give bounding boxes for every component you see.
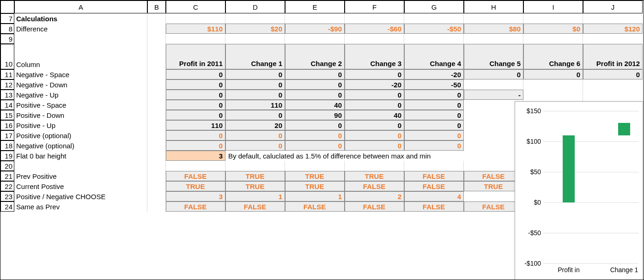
label-23[interactable]: Positive / Negative CHOOSE — [14, 191, 147, 201]
label-11[interactable]: Negative - Space — [14, 69, 147, 79]
column-label-0[interactable]: Profit in 2011 — [166, 44, 225, 69]
col-header-J[interactable]: J — [583, 0, 643, 13]
val-13-4[interactable]: 0 — [404, 90, 464, 100]
row-header-9[interactable]: 9 — [0, 34, 14, 44]
val-15-0[interactable]: 0 — [166, 110, 225, 120]
row-header-17[interactable]: 17 — [0, 130, 14, 140]
val-18-1[interactable]: 0 — [225, 140, 285, 151]
row-header-23[interactable]: 23 — [0, 191, 14, 201]
val-21-3[interactable]: TRUE — [345, 171, 404, 181]
label-difference[interactable]: Difference — [14, 24, 147, 34]
column-label-5[interactable]: Change 5 — [464, 44, 523, 69]
row-header-14[interactable]: 14 — [0, 100, 14, 110]
col-header-I[interactable]: I — [523, 0, 583, 13]
row-header-22[interactable]: 22 — [0, 181, 14, 191]
row-header-7[interactable]: 7 — [0, 13, 14, 24]
label-24[interactable]: Same as Prev — [14, 201, 147, 212]
val-23-1[interactable]: 1 — [225, 191, 285, 201]
val-13-5[interactable]: - — [464, 90, 523, 100]
label-16[interactable]: Positive - Up — [14, 120, 147, 130]
label-22[interactable]: Current Postive — [14, 181, 147, 191]
val-23-4[interactable]: 4 — [404, 191, 464, 201]
label-15[interactable]: Positive - Down — [14, 110, 147, 120]
val-15-1[interactable]: 0 — [225, 110, 285, 120]
col-header-G[interactable]: G — [404, 0, 464, 13]
val-21-1[interactable]: TRUE — [225, 171, 285, 181]
val-23-3[interactable]: 2 — [345, 191, 404, 201]
val-24-0[interactable]: FALSE — [166, 201, 225, 212]
column-label-7[interactable]: Profit in 2012 — [583, 44, 643, 69]
val-15-3[interactable]: 40 — [345, 110, 404, 120]
col-header-D[interactable]: D — [225, 0, 285, 13]
column-label-2[interactable]: Change 2 — [285, 44, 345, 69]
val-22-2[interactable]: TRUE — [285, 181, 345, 191]
val-11-5[interactable]: 0 — [464, 69, 523, 79]
val-14-0[interactable]: 0 — [166, 100, 225, 110]
label-13[interactable]: Negative - Up — [14, 90, 147, 100]
label-calculations[interactable]: Calculations — [14, 13, 147, 24]
label-12[interactable]: Negative - Down — [14, 79, 147, 90]
row-header-19[interactable]: 19 — [0, 151, 14, 161]
val-17-0[interactable]: 0 — [166, 130, 225, 140]
val-15-2[interactable]: 90 — [285, 110, 345, 120]
val-11-1[interactable]: 0 — [225, 69, 285, 79]
row-header-15[interactable]: 15 — [0, 110, 14, 120]
col-header-H[interactable]: H — [464, 0, 523, 13]
corner-cell[interactable] — [0, 0, 14, 13]
embedded-chart[interactable]: $150$100$50$0-$50-$100Profit inChange 1 — [515, 101, 643, 280]
column-label-1[interactable]: Change 1 — [225, 44, 285, 69]
val-17-1[interactable]: 0 — [225, 130, 285, 140]
flat0-value[interactable]: 3 — [166, 151, 225, 161]
difference-val-4[interactable]: -$50 — [404, 24, 464, 34]
row-header-12[interactable]: 12 — [0, 79, 14, 90]
val-14-3[interactable]: 0 — [345, 100, 404, 110]
difference-val-7[interactable]: $120 — [583, 24, 643, 34]
row-header-20[interactable]: 20 — [0, 161, 14, 171]
val-11-3[interactable]: 0 — [345, 69, 404, 79]
val-22-4[interactable]: FALSE — [404, 181, 464, 191]
val-17-4[interactable]: 0 — [404, 130, 464, 140]
row-header-16[interactable]: 16 — [0, 120, 14, 130]
difference-val-5[interactable]: $80 — [464, 24, 523, 34]
col-header-B[interactable]: B — [147, 0, 166, 13]
column-label-6[interactable]: Change 6 — [523, 44, 583, 69]
val-18-0[interactable]: 0 — [166, 140, 225, 151]
row-header-24[interactable]: 24 — [0, 201, 14, 212]
label-column[interactable]: Column — [14, 44, 147, 69]
col-header-A[interactable]: A — [14, 0, 147, 13]
val-21-2[interactable]: TRUE — [285, 171, 345, 181]
val-16-0[interactable]: 110 — [166, 120, 225, 130]
column-label-3[interactable]: Change 3 — [345, 44, 404, 69]
val-22-0[interactable]: TRUE — [166, 181, 225, 191]
row-header-8[interactable]: 8 — [0, 24, 14, 34]
val-13-3[interactable]: 0 — [345, 90, 404, 100]
difference-val-2[interactable]: -$90 — [285, 24, 345, 34]
val-16-2[interactable]: 0 — [285, 120, 345, 130]
val-18-4[interactable]: 0 — [404, 140, 464, 151]
val-24-4[interactable]: FALSE — [404, 201, 464, 212]
val-14-1[interactable]: 110 — [225, 100, 285, 110]
col-header-E[interactable]: E — [285, 0, 345, 13]
val-22-1[interactable]: TRUE — [225, 181, 285, 191]
label-21[interactable]: Prev Positive — [14, 171, 147, 181]
column-label-4[interactable]: Change 4 — [404, 44, 464, 69]
val-17-2[interactable]: 0 — [285, 130, 345, 140]
col-header-C[interactable]: C — [166, 0, 225, 13]
row-header-21[interactable]: 21 — [0, 171, 14, 181]
val-12-4[interactable]: -50 — [404, 79, 464, 90]
label-17[interactable]: Positive (optional) — [14, 130, 147, 140]
val-18-2[interactable]: 0 — [285, 140, 345, 151]
val-12-2[interactable]: 0 — [285, 79, 345, 90]
val-11-7[interactable]: 0 — [583, 69, 643, 79]
val-13-0[interactable]: 0 — [166, 90, 225, 100]
val-15-4[interactable]: 0 — [404, 110, 464, 120]
val-14-2[interactable]: 40 — [285, 100, 345, 110]
difference-val-1[interactable]: $20 — [225, 24, 285, 34]
val-12-3[interactable]: -20 — [345, 79, 404, 90]
val-13-2[interactable]: 0 — [285, 90, 345, 100]
val-11-6[interactable]: 0 — [523, 69, 583, 79]
val-16-1[interactable]: 20 — [225, 120, 285, 130]
difference-val-3[interactable]: -$60 — [345, 24, 404, 34]
difference-val-6[interactable]: $0 — [523, 24, 583, 34]
label-18[interactable]: Negative (optional) — [14, 140, 147, 151]
